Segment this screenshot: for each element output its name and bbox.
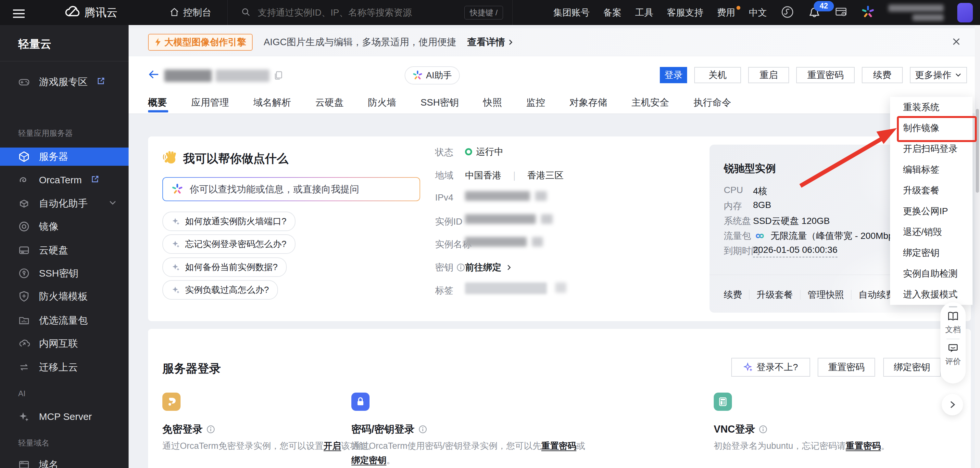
tab-ssh-keys[interactable]: SSH密钥 [420, 96, 459, 109]
docs-icon[interactable] [948, 311, 959, 323]
hamburger-menu-icon[interactable] [13, 7, 25, 20]
topbar-link-tools[interactable]: 工具 [635, 6, 653, 19]
sidebar-item-label: 内网互联 [39, 337, 78, 350]
upgrade-plan-link[interactable]: 升级套餐 [757, 289, 793, 301]
assistant-input[interactable] [162, 177, 420, 201]
topbar-link-language[interactable]: 中文 [749, 6, 767, 19]
reset-password-button[interactable]: 重置密码 [796, 67, 855, 83]
vnc-login-desc: 初始登录名为ubuntu，忘记密码请重置密码。 [714, 440, 890, 452]
sidebar-item-mcp-server[interactable]: MCP Server [0, 407, 129, 426]
instance-header: AI助手 登录 关机 重启 重置密码 续费 更多操作 概要 应用管理 域名解析 … [129, 56, 980, 114]
docs-label[interactable]: 文档 [945, 324, 961, 335]
tab-monitoring[interactable]: 监控 [527, 96, 545, 109]
menu-item-return-destroy[interactable]: 退还/销毁 [890, 222, 972, 243]
console-settings-icon[interactable] [835, 6, 848, 20]
sidebar-item-cloud-disk[interactable]: 云硬盘 [0, 241, 129, 259]
global-search[interactable] [241, 0, 453, 25]
collapse-panel-button[interactable] [942, 394, 963, 415]
menu-item-self-check[interactable]: 实例自助检测 [890, 263, 972, 284]
chevron-right-icon [505, 264, 512, 271]
workflow-icon[interactable] [781, 5, 794, 20]
tag-label: 标签 [435, 284, 453, 297]
tab-app-management[interactable]: 应用管理 [191, 96, 229, 109]
sidebar-item-firewall-templates[interactable]: 防火墙模板 [0, 287, 129, 305]
shutdown-button[interactable]: 关机 [694, 67, 741, 83]
menu-item-change-public-ip[interactable]: 更换公网IP [890, 201, 972, 222]
sidebar-item-automation[interactable]: 自动化助手 [0, 194, 129, 212]
sidebar-item-private-network[interactable]: 内网互联 [0, 334, 129, 353]
suggestion-chip-firewall[interactable]: 如何放通实例防火墙端口? [162, 212, 296, 231]
info-icon[interactable] [207, 425, 215, 434]
sparkle-icon [172, 263, 181, 272]
tab-dns[interactable]: 域名解析 [253, 96, 291, 109]
sidebar-item-ssh-keys[interactable]: SSH密钥 [0, 264, 129, 283]
sidebar-item-server[interactable]: 服务器 [0, 147, 129, 166]
menu-item-bind-key[interactable]: 绑定密钥 [890, 243, 972, 263]
tab-overview[interactable]: 概要 [148, 96, 167, 109]
tab-firewall[interactable]: 防火墙 [368, 96, 396, 109]
sidebar-item-images[interactable]: 镜像 [0, 217, 129, 236]
info-icon[interactable] [457, 263, 465, 272]
menu-item-reinstall-os[interactable]: 重装系统 [890, 97, 972, 118]
tab-host-security[interactable]: 主机安全 [632, 96, 669, 109]
bind-key-button[interactable]: 绑定密钥 [883, 358, 941, 377]
restart-button[interactable]: 重启 [748, 67, 789, 83]
tab-object-storage[interactable]: 对象存储 [570, 96, 607, 109]
assistant-input-field[interactable] [189, 184, 398, 195]
suggestion-chip-password[interactable]: 忘记实例登录密码怎么办? [162, 234, 296, 254]
scrollbar-track[interactable] [975, 25, 980, 468]
passwordless-login-desc: 通过OrcaTerm免密登录实例，您可以设置开启该功能。 [162, 440, 376, 452]
sidebar-item-game-server[interactable]: 游戏服专区 [0, 73, 129, 91]
sidebar-item-orcaterm[interactable]: OrcaTerm [0, 171, 129, 189]
back-arrow-icon[interactable] [148, 68, 161, 82]
tab-run-commands[interactable]: 执行命令 [694, 96, 731, 109]
promo-detail-link[interactable]: 查看详情 [467, 36, 514, 49]
manage-snapshots-link[interactable]: 管理快照 [808, 289, 844, 301]
info-icon[interactable] [418, 425, 427, 434]
sidebar-item-label: SSH密钥 [39, 267, 79, 280]
sidebar-section-domains: 轻量域名 [18, 438, 49, 448]
notification-bell[interactable]: 42 [808, 6, 821, 20]
suggestion-chip-load[interactable]: 实例负载过高怎么办? [162, 280, 278, 300]
topbar-link-icp[interactable]: 备案 [603, 6, 622, 19]
feedback-label[interactable]: 评价 [945, 356, 961, 367]
tab-snapshots[interactable]: 快照 [483, 96, 502, 109]
reset-password-link[interactable]: 重置密码 [541, 441, 576, 451]
info-icon[interactable] [759, 425, 767, 434]
sidebar-item-traffic-packages[interactable]: 优选流量包 [0, 311, 129, 329]
feedback-icon[interactable] [948, 343, 958, 354]
menu-item-rescue-mode[interactable]: 进入救援模式 [890, 284, 972, 305]
account-name-blurred[interactable] [888, 5, 943, 21]
reset-password-button-2[interactable]: 重置密码 [818, 358, 875, 377]
console-link[interactable]: 控制台 [170, 0, 212, 25]
tab-cloud-disk[interactable]: 云硬盘 [315, 96, 344, 109]
avatar[interactable] [957, 3, 973, 22]
ai-sparkle-icon[interactable] [861, 5, 875, 20]
suggestion-chip-backup[interactable]: 如何备份当前实例数据? [162, 257, 287, 277]
renew-link[interactable]: 续费 [724, 289, 742, 301]
ai-assistant-button[interactable]: AI助手 [405, 66, 460, 85]
search-input[interactable] [257, 7, 453, 18]
topbar-link-billing[interactable]: 费用 [717, 6, 735, 19]
brand-logo[interactable]: 腾讯云 [64, 0, 118, 25]
login-button[interactable]: 登录 [660, 67, 687, 83]
topbar-link-support[interactable]: 客服支持 [667, 6, 703, 19]
sidebar-item-label: 云硬盘 [39, 244, 68, 257]
sidebar-item-label: 优选流量包 [39, 314, 88, 327]
bind-key-link[interactable]: 前往绑定 [465, 261, 512, 274]
assistant-greeting: 我可以帮你做点什么 [183, 151, 288, 167]
bind-key-link-2[interactable]: 绑定密钥 [352, 455, 387, 465]
reset-password-link-2[interactable]: 重置密码 [846, 441, 881, 451]
sidebar-item-domain[interactable]: 域名 [0, 456, 129, 468]
sidebar-item-migration[interactable]: 迁移上云 [0, 358, 129, 376]
banner-close-icon[interactable] [951, 36, 962, 48]
sparkle-icon [172, 217, 181, 226]
copy-icon[interactable] [274, 70, 283, 81]
cannot-login-button[interactable]: 登录不上? [731, 358, 810, 377]
more-actions-button[interactable]: 更多操作 [910, 67, 967, 83]
renew-button[interactable]: 续费 [862, 67, 903, 83]
enable-link[interactable]: 开启 [324, 441, 341, 451]
tag-more-blurred [555, 283, 566, 293]
topbar-link-group-account[interactable]: 集团账号 [553, 6, 590, 19]
automation-icon [18, 198, 30, 209]
